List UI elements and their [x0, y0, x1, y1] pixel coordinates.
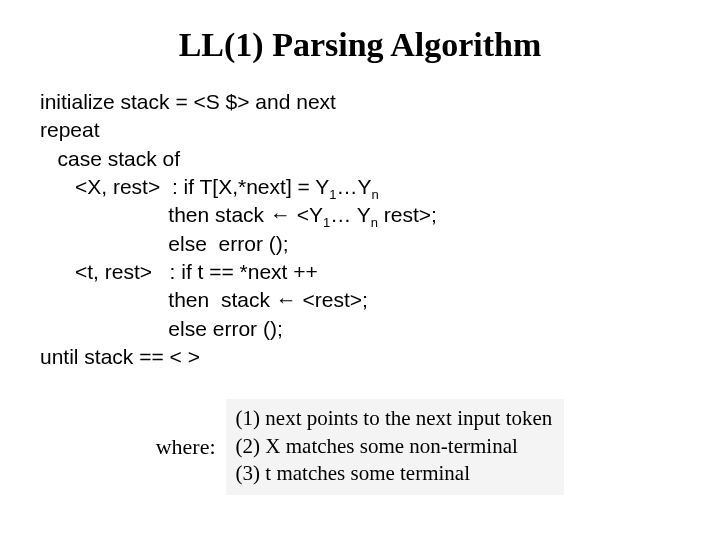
subscript-n: n	[372, 187, 379, 202]
algo-line-5: then stack ← <Y1… Yn rest>;	[40, 203, 437, 226]
algorithm-block: initialize stack = <S $> and next repeat…	[40, 88, 680, 371]
subscript-n: n	[371, 216, 378, 231]
where-note-3: (3) t matches some terminal	[236, 460, 553, 487]
page-title: LL(1) Parsing Algorithm	[40, 26, 680, 64]
algo-line-8: then stack ← <rest>;	[40, 288, 368, 311]
algo-line-6: else error ();	[40, 232, 289, 255]
algo-line-10: until stack == < >	[40, 345, 200, 368]
algo-line-4: <X, rest> : if T[X,*next] = Y1…Yn	[40, 175, 379, 198]
where-box: (1) next points to the next input token …	[226, 399, 565, 495]
where-label: where:	[156, 434, 216, 460]
where-note-1: (1) next points to the next input token	[236, 405, 553, 432]
algo-line-3: case stack of	[40, 147, 180, 170]
algo-line-9: else error ();	[40, 317, 283, 340]
algo-line-1: initialize stack = <S $> and next	[40, 90, 336, 113]
slide: LL(1) Parsing Algorithm initialize stack…	[0, 0, 720, 540]
where-note-2: (2) X matches some non-terminal	[236, 433, 553, 460]
algo-line-7: <t, rest> : if t == *next ++	[40, 260, 318, 283]
where-section: where: (1) next points to the next input…	[40, 399, 680, 495]
algo-line-2: repeat	[40, 118, 100, 141]
subscript-1: 1	[329, 187, 336, 202]
